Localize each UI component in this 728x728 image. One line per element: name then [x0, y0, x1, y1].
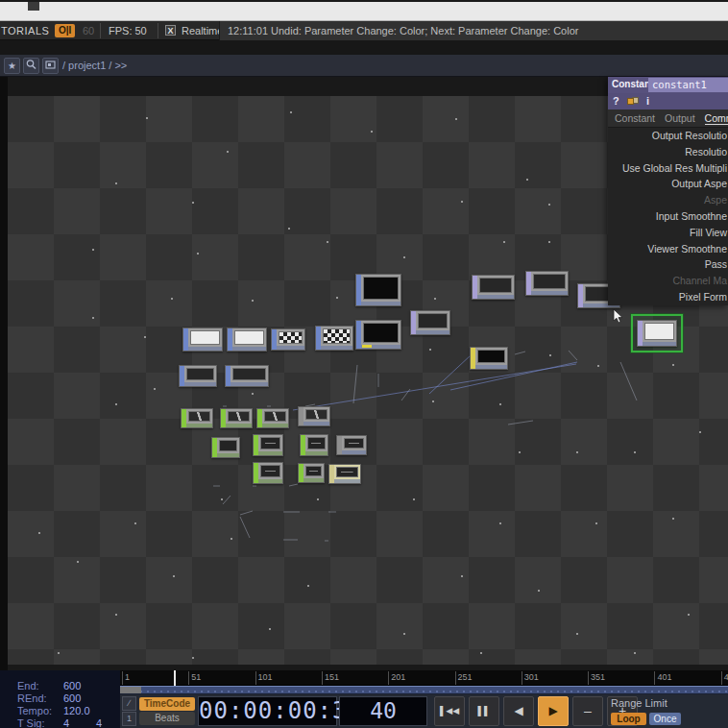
- playback-buttons: ▌◀◀▌▌◀▶–+: [434, 696, 638, 726]
- param-label[interactable]: Pass: [608, 256, 728, 273]
- camera-search-button[interactable]: [23, 58, 39, 74]
- frame-display[interactable]: 40: [339, 696, 427, 726]
- info-value[interactable]: 600: [63, 692, 81, 705]
- operator-name-field[interactable]: constant1: [648, 78, 728, 92]
- timeline-range-bar[interactable]: [120, 686, 728, 694]
- info-value[interactable]: 4: [63, 717, 69, 728]
- jump-start-button[interactable]: ▌◀◀: [434, 696, 465, 726]
- info-value[interactable]: 600: [63, 680, 81, 692]
- network-dot: [403, 633, 405, 635]
- param-label[interactable]: Output Aspe: [608, 176, 728, 192]
- operator-node[interactable]: [298, 463, 325, 483]
- ruler-tick: [522, 671, 522, 685]
- timeline-option-button[interactable]: ∕: [122, 696, 136, 711]
- operator-node[interactable]: [300, 434, 328, 456]
- decrement-button[interactable]: –: [572, 696, 603, 726]
- operator-node[interactable]: [271, 328, 305, 351]
- network-dot: [115, 182, 117, 184]
- param-label[interactable]: Resolutio: [608, 144, 728, 160]
- breadcrumb[interactable]: / project1 / >>: [62, 59, 127, 73]
- beats-mode-button[interactable]: Beats: [139, 712, 195, 725]
- timeline-option-button[interactable]: 1: [122, 712, 136, 726]
- info-value[interactable]: 120.0: [63, 705, 90, 717]
- operator-node[interactable]: [298, 406, 330, 426]
- bookmark-star-button[interactable]: ★: [4, 58, 20, 74]
- node-name-bar: [277, 346, 304, 350]
- power-toggle-button[interactable]: O|I: [55, 24, 75, 37]
- operator-node[interactable]: [410, 310, 450, 335]
- playhead[interactable]: [174, 670, 176, 686]
- network-overview-button[interactable]: [42, 58, 59, 74]
- fps-readout: FPS: 50: [109, 24, 147, 37]
- node-viewer: [279, 331, 303, 344]
- node-name-bar: [231, 382, 268, 386]
- node-viewer: [305, 466, 322, 476]
- divider: [158, 23, 158, 38]
- target-fps-value: 60: [83, 24, 94, 37]
- help-icon[interactable]: ?: [613, 95, 619, 107]
- timeline-ruler[interactable]: 151101151201251301351401451: [120, 670, 728, 686]
- operator-node[interactable]: [211, 437, 240, 458]
- param-label[interactable]: Fill View: [608, 225, 728, 241]
- operator-node[interactable]: [227, 328, 267, 352]
- param-label[interactable]: Channel Ma: [608, 273, 728, 289]
- network-dot: [134, 522, 136, 524]
- operator-node[interactable]: [470, 347, 508, 370]
- operator-node[interactable]: [256, 408, 289, 428]
- operator-node[interactable]: [525, 271, 569, 296]
- info-label: REnd:: [17, 692, 47, 705]
- operator-node[interactable]: [355, 320, 401, 350]
- parameter-dialog-toolbar: ? i: [608, 93, 728, 109]
- operator-node[interactable]: [225, 365, 269, 387]
- param-label[interactable]: Viewer Smoothne: [608, 241, 728, 257]
- timeline-info-row: REnd:600: [0, 692, 120, 705]
- range-grip[interactable]: [120, 687, 141, 693]
- param-label[interactable]: Output Resolutio: [608, 128, 728, 144]
- param-label[interactable]: Input Smoothne: [608, 208, 728, 225]
- param-tab-constant[interactable]: Constant: [615, 112, 655, 124]
- operator-node[interactable]: [328, 464, 361, 484]
- tutorials-menu-item[interactable]: TORIALS: [1, 24, 49, 37]
- realtime-checkbox[interactable]: X: [165, 25, 176, 36]
- operator-node[interactable]: [253, 434, 283, 456]
- operator-node[interactable]: [355, 274, 401, 306]
- timeline-info-panel: End:600REnd:600Tempo:120.0T Sig:44: [0, 670, 120, 728]
- operator-node[interactable]: [637, 320, 677, 347]
- node-viewer: [479, 278, 512, 293]
- ruler-tick: [455, 671, 456, 685]
- param-tab-comm[interactable]: Comm: [705, 112, 728, 125]
- language-icon[interactable]: [627, 97, 640, 106]
- operator-node[interactable]: [220, 408, 253, 428]
- param-label[interactable]: Aspe: [608, 192, 728, 208]
- ruler-tick-label: 251: [458, 672, 473, 682]
- once-button[interactable]: Once: [649, 713, 681, 725]
- operator-node[interactable]: [182, 328, 223, 352]
- param-tab-output[interactable]: Output: [665, 112, 695, 124]
- network-dot: [526, 179, 528, 181]
- step-back-button[interactable]: ◀: [503, 696, 534, 726]
- node-viewer: [477, 350, 505, 363]
- pause-button[interactable]: ▌▌: [469, 696, 499, 726]
- loop-button[interactable]: Loop: [611, 713, 646, 725]
- network-dot: [429, 349, 431, 351]
- operator-node[interactable]: [315, 326, 353, 351]
- network-dot: [503, 241, 505, 243]
- node-name-bar: [643, 342, 676, 346]
- ruler-tick: [188, 671, 189, 685]
- realtime-label[interactable]: Realtime: [182, 24, 223, 37]
- operator-node[interactable]: [472, 275, 515, 300]
- info-icon[interactable]: i: [646, 95, 649, 107]
- operator-node[interactable]: [336, 435, 367, 455]
- play-button[interactable]: ▶: [538, 696, 569, 726]
- operator-node[interactable]: [253, 462, 283, 484]
- node-name-bar: [416, 330, 449, 334]
- network-dot: [115, 403, 117, 405]
- param-label[interactable]: Pixel Form: [608, 289, 728, 305]
- timecode-mode-button[interactable]: TimeCode: [139, 697, 195, 711]
- operator-node[interactable]: [181, 408, 213, 428]
- info-value[interactable]: 4: [96, 717, 102, 728]
- parameter-dialog-header[interactable]: Constant constant1: [608, 77, 728, 93]
- node-viewer: [363, 277, 399, 300]
- param-label[interactable]: Use Global Res Multipli: [608, 160, 728, 177]
- operator-node[interactable]: [179, 365, 217, 387]
